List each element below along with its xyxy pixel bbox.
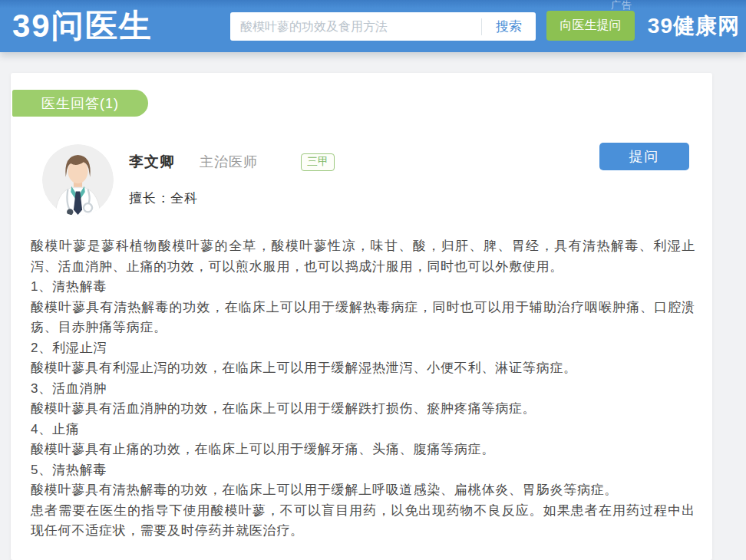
answer-paragraph: 酸模叶蓼具有清热解毒的功效，在临床上可以用于缓解热毒病症，同时也可以用于辅助治疗…	[31, 298, 695, 338]
section-badge: 医生回答(1)	[12, 90, 148, 117]
brand-logo[interactable]: 39健康网	[648, 0, 740, 52]
answer-paragraph: 酸模叶蓼具有清热解毒的功效，在临床上可以用于缓解上呼吸道感染、扁桃体炎、胃肠炎等…	[31, 480, 695, 501]
search-button[interactable]: 搜索	[482, 12, 536, 41]
hospital-grade-badge: 三甲	[301, 153, 335, 171]
doctor-name[interactable]: 李文卿	[129, 152, 175, 172]
search-bar: 搜索	[230, 12, 536, 41]
site-header: 39问医生 搜索 广告 向医生提问 39健康网	[0, 0, 746, 52]
answer-paragraph: 2、利湿止泻	[31, 338, 695, 359]
page: 39问医生 搜索 广告 向医生提问 39健康网 医生回答(1)	[0, 0, 746, 560]
doctor-avatar-illustration	[42, 144, 114, 216]
search-input[interactable]	[230, 12, 481, 41]
answer-paragraph: 1、清热解毒	[31, 277, 695, 298]
answer-paragraph: 3、活血消肿	[31, 379, 695, 400]
doctor-title: 主治医师	[200, 153, 258, 171]
answer-paragraph: 4、止痛	[31, 420, 695, 440]
answer-paragraph: 酸模叶蓼具有止痛的功效，在临床上可以用于缓解牙痛、头痛、腹痛等病症。	[31, 440, 695, 460]
answer-text: 酸模叶蓼是蓼科植物酸模叶蓼的全草，酸模叶蓼性凉，味甘、酸，归肝、脾、胃经，具有清…	[31, 236, 695, 542]
doctor-specialty: 擅长：全科	[129, 189, 198, 207]
answer-card: 医生回答(1)	[11, 73, 712, 560]
ask-question-button[interactable]: 提问	[599, 143, 689, 170]
doctor-avatar[interactable]	[42, 144, 114, 216]
site-logo[interactable]: 39问医生	[12, 0, 153, 52]
ask-doctor-button[interactable]: 向医生提问	[546, 11, 635, 41]
answer-paragraph: 酸模叶蓼具有活血消肿的功效，在临床上可以用于缓解跌打损伤、瘀肿疼痛等病症。	[31, 399, 695, 420]
answer-paragraph: 酸模叶蓼具有利湿止泻的功效，在临床上可以用于缓解湿热泄泻、小便不利、淋证等病症。	[31, 358, 695, 379]
answer-paragraph: 酸模叶蓼是蓼科植物酸模叶蓼的全草，酸模叶蓼性凉，味甘、酸，归肝、脾、胃经，具有清…	[31, 236, 695, 277]
answer-paragraph: 5、清热解毒	[31, 460, 695, 481]
doctor-header: 李文卿 主治医师 三甲	[129, 152, 335, 172]
answer-paragraph: 患者需要在医生的指导下使用酸模叶蓼，不可以盲目用药，以免出现药物不良反应。如果患…	[31, 501, 695, 542]
